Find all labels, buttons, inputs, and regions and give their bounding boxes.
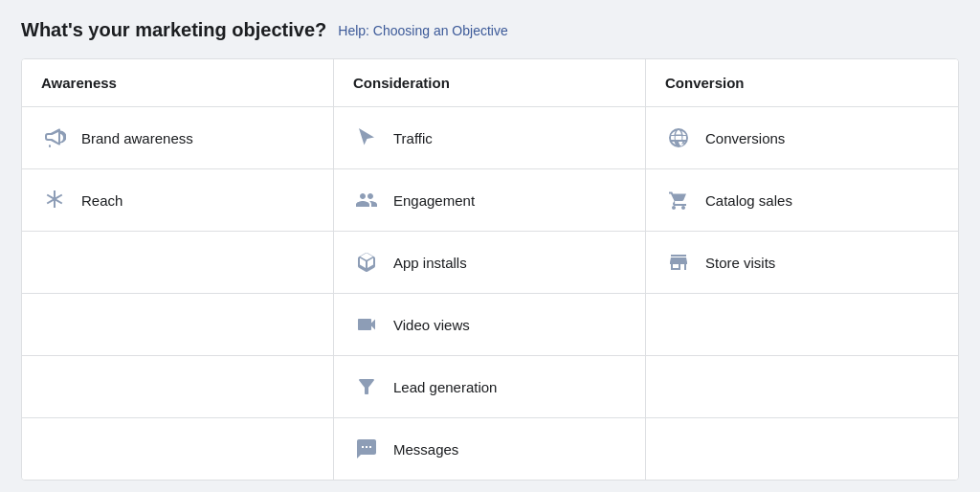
cell-reach[interactable]: Reach <box>22 169 334 232</box>
conversions-label: Conversions <box>705 130 785 146</box>
reach-label: Reach <box>81 192 122 209</box>
megaphone-icon <box>41 124 68 151</box>
help-link[interactable]: Help: Choosing an Objective <box>338 23 507 38</box>
box-icon <box>353 249 380 276</box>
cell-conversions[interactable]: Conversions <box>646 107 958 169</box>
cell-lead-generation[interactable]: Lead generation <box>334 356 646 418</box>
cell-messages[interactable]: Messages <box>334 418 646 480</box>
cell-traffic[interactable]: Traffic <box>334 107 646 169</box>
cursor-icon <box>353 124 380 151</box>
people-icon <box>353 187 380 213</box>
cell-store-visits[interactable]: Store visits <box>646 232 958 294</box>
cell-empty-4 <box>22 356 334 418</box>
lead-generation-label: Lead generation <box>393 379 497 395</box>
brand-awareness-label: Brand awareness <box>81 130 193 146</box>
cell-brand-awareness[interactable]: Brand awareness <box>22 107 334 169</box>
cell-video-views[interactable]: Video views <box>334 294 646 356</box>
objectives-table: Awareness Consideration Conversion Brand… <box>21 58 959 481</box>
catalog-sales-label: Catalog sales <box>705 192 792 209</box>
messages-icon <box>353 436 380 462</box>
store-visits-label: Store visits <box>705 255 775 271</box>
cart-icon <box>665 187 692 213</box>
cell-empty-5 <box>646 356 958 418</box>
col-header-consideration: Consideration <box>334 59 646 107</box>
store-icon <box>665 249 692 276</box>
page-container: What's your marketing objective? Help: C… <box>21 19 959 481</box>
messages-label: Messages <box>393 441 458 458</box>
funnel-icon <box>353 373 380 400</box>
col-header-conversion: Conversion <box>646 59 958 107</box>
engagement-label: Engagement <box>393 192 475 209</box>
traffic-label: Traffic <box>393 130 433 146</box>
globe-icon <box>665 124 692 151</box>
video-icon <box>353 311 380 338</box>
cell-empty-1 <box>22 232 334 294</box>
video-views-label: Video views <box>393 317 470 333</box>
cell-empty-2 <box>22 294 334 356</box>
col-header-awareness: Awareness <box>22 59 334 107</box>
app-installs-label: App installs <box>393 255 467 271</box>
asterisk-icon <box>41 187 68 213</box>
cell-empty-7 <box>646 418 958 480</box>
cell-engagement[interactable]: Engagement <box>334 169 646 232</box>
page-header: What's your marketing objective? Help: C… <box>21 19 959 41</box>
page-title: What's your marketing objective? <box>21 19 326 41</box>
cell-empty-6 <box>22 418 334 480</box>
cell-empty-3 <box>646 294 958 356</box>
cell-app-installs[interactable]: App installs <box>334 232 646 294</box>
cell-catalog-sales[interactable]: Catalog sales <box>646 169 958 232</box>
